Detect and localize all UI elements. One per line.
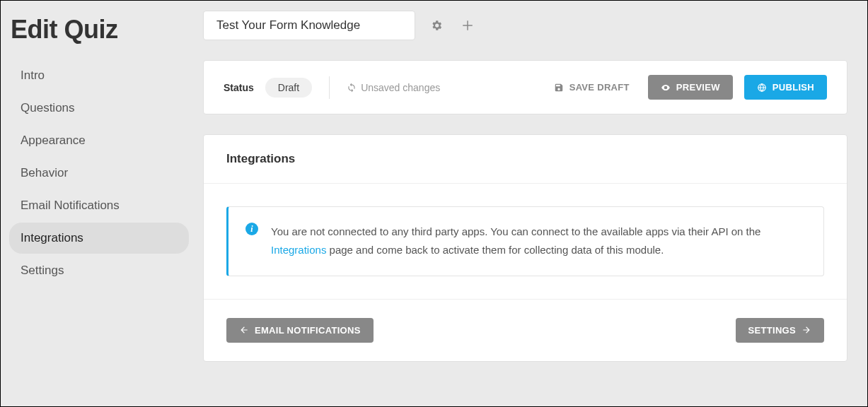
info-notice: i You are not connected to any third par…	[226, 206, 824, 276]
sidebar-item-email-notifications[interactable]: Email Notifications	[9, 190, 189, 221]
status-bar: Status Draft Unsaved changes SAVE DRAFT …	[203, 60, 847, 114]
notice-text-after: page and come back to activate them for …	[326, 244, 664, 256]
add-button[interactable]	[458, 16, 478, 35]
quiz-title-input[interactable]	[203, 11, 415, 40]
page-title: Edit Quiz	[4, 11, 189, 60]
integrations-link[interactable]: Integrations	[271, 244, 326, 256]
save-draft-label: SAVE DRAFT	[569, 82, 630, 93]
settings-gear-button[interactable]	[427, 16, 446, 35]
next-step-button[interactable]: SETTINGS	[736, 318, 824, 343]
topbar	[203, 11, 847, 40]
plus-icon	[461, 19, 474, 32]
notice-text-before: You are not connected to any third party…	[271, 225, 760, 237]
preview-label: PREVIEW	[676, 82, 720, 93]
globe-icon	[757, 83, 767, 93]
sidebar-item-appearance[interactable]: Appearance	[9, 125, 189, 156]
sidebar-item-questions[interactable]: Questions	[9, 93, 189, 124]
unsaved-changes-indicator: Unsaved changes	[347, 82, 440, 93]
notice-text: You are not connected to any third party…	[271, 223, 806, 260]
publish-label: PUBLISH	[772, 82, 814, 93]
preview-button[interactable]: PREVIEW	[648, 75, 733, 100]
prev-step-button[interactable]: EMAIL NOTIFICATIONS	[226, 318, 374, 343]
arrow-right-icon	[802, 325, 811, 335]
gear-icon	[430, 19, 443, 32]
sidebar-item-settings[interactable]: Settings	[9, 255, 189, 286]
sidebar-item-behavior[interactable]: Behavior	[9, 158, 189, 189]
status-label: Status	[224, 82, 254, 93]
integrations-panel: Integrations i You are not connected to …	[203, 134, 847, 362]
unsaved-changes-text: Unsaved changes	[361, 82, 440, 93]
divider	[329, 76, 330, 99]
sidebar-item-integrations[interactable]: Integrations	[9, 223, 189, 254]
next-step-label: SETTINGS	[748, 325, 796, 336]
sidebar-item-intro[interactable]: Intro	[9, 60, 189, 91]
status-badge: Draft	[265, 78, 312, 98]
panel-title: Integrations	[204, 135, 847, 184]
sidebar: Edit Quiz Intro Questions Appearance Beh…	[1, 1, 199, 406]
arrow-left-icon	[239, 325, 249, 335]
sidebar-nav: Intro Questions Appearance Behavior Emai…	[4, 60, 189, 286]
save-draft-button[interactable]: SAVE DRAFT	[547, 76, 637, 98]
refresh-icon	[347, 83, 357, 93]
panel-body: i You are not connected to any third par…	[204, 184, 847, 300]
save-icon	[554, 83, 564, 93]
main-content: Status Draft Unsaved changes SAVE DRAFT …	[199, 1, 867, 406]
eye-icon	[661, 83, 671, 93]
panel-footer: EMAIL NOTIFICATIONS SETTINGS	[204, 300, 847, 361]
info-icon: i	[245, 223, 258, 235]
publish-button[interactable]: PUBLISH	[744, 75, 827, 100]
prev-step-label: EMAIL NOTIFICATIONS	[255, 325, 361, 336]
